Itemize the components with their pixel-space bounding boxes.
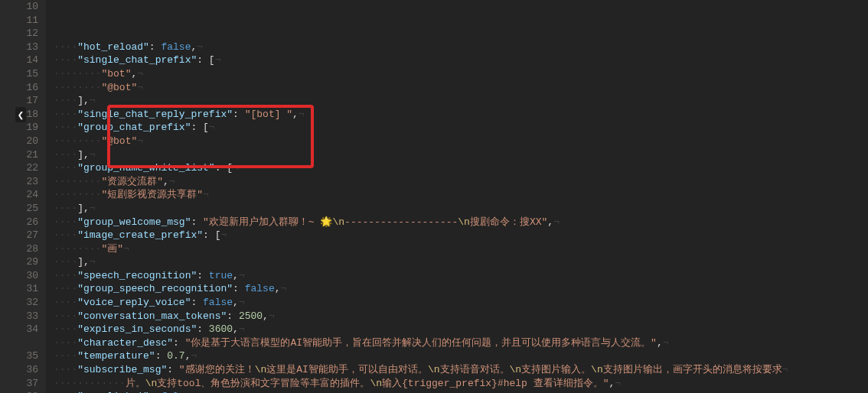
line-number: 22 — [18, 161, 38, 175]
code-line[interactable]: ········"bot",¬ — [54, 67, 788, 81]
code-line[interactable]: ····"use_linkai": false,¬ — [54, 390, 788, 393]
code-editor[interactable]: 1011121314151617181920212223242526272829… — [0, 0, 868, 393]
line-number: 21 — [18, 148, 38, 162]
code-line[interactable]: ····"speech_recognition": true,¬ — [54, 269, 788, 283]
code-line[interactable]: ········"@bot"¬ — [54, 81, 788, 95]
code-line[interactable]: ····"image_create_prefix": [¬ — [54, 229, 788, 242]
line-number: 23 — [18, 175, 38, 189]
fold-chevron-icon[interactable]: ❮ — [15, 107, 26, 122]
line-number: 28 — [18, 242, 38, 256]
code-line[interactable]: ············片。\n支持tool、角色扮演和文字冒险等丰富的插件。\… — [54, 377, 788, 391]
line-number — [18, 336, 38, 350]
line-number: 14 — [18, 54, 38, 67]
line-number: 33 — [18, 310, 38, 323]
line-number: 34 — [18, 323, 38, 336]
code-line[interactable]: ····"temperature": 0.7,¬ — [54, 349, 788, 363]
code-line[interactable]: ····"group_chat_prefix": [¬ — [54, 121, 788, 135]
line-number: 26 — [18, 216, 38, 229]
code-area[interactable]: ····"hot_reload": false,¬····"single_cha… — [46, 0, 796, 393]
code-line[interactable]: ····"single_chat_prefix": [¬ — [54, 54, 788, 67]
line-number: 10 — [18, 0, 38, 14]
code-line[interactable]: ····"group_speech_recognition": false,¬ — [54, 282, 788, 296]
line-number: 11 — [18, 14, 38, 28]
line-number: 30 — [18, 269, 38, 283]
code-line[interactable]: ········"画"¬ — [54, 242, 788, 256]
line-number: 19 — [18, 121, 38, 135]
code-line[interactable]: ····],¬ — [54, 202, 788, 216]
line-number: 36 — [18, 363, 38, 377]
code-line[interactable]: ····"character_desc": "你是基于大语言模型的AI智能助手，… — [54, 336, 788, 350]
line-number: 15 — [18, 67, 38, 81]
code-line[interactable]: ····"expires_in_seconds": 3600,¬ — [54, 323, 788, 336]
code-line[interactable]: ····"group_name_white_list": [¬ — [54, 161, 788, 175]
chevron-left-icon: ❮ — [18, 109, 24, 122]
code-line[interactable]: ····"single_chat_reply_prefix": "[bot] "… — [54, 108, 788, 122]
line-number: 29 — [18, 255, 38, 269]
line-number: 27 — [18, 229, 38, 242]
line-number: 35 — [18, 349, 38, 363]
line-number: 38 — [18, 390, 38, 393]
line-number: 37 — [18, 377, 38, 391]
line-number: 24 — [18, 188, 38, 202]
code-line[interactable]: ········"短剧影视资源共享群"¬ — [54, 188, 788, 202]
line-number: 12 — [18, 27, 38, 41]
code-line[interactable]: ····],¬ — [54, 148, 788, 162]
line-number: 20 — [18, 135, 38, 148]
gutter-line-numbers: 1011121314151617181920212223242526272829… — [0, 0, 46, 393]
code-line[interactable]: ········"资源交流群",¬ — [54, 175, 788, 189]
code-line[interactable]: ····],¬ — [54, 94, 788, 108]
line-number: 13 — [18, 41, 38, 54]
code-line[interactable]: ····"voice_reply_voice": false,¬ — [54, 296, 788, 310]
code-line[interactable]: ····"group_welcome_msg": "欢迎新用户加入群聊！~ 🌟\… — [54, 216, 788, 229]
line-number: 17 — [18, 94, 38, 108]
code-line[interactable]: ····],¬ — [54, 255, 788, 269]
line-number: 25 — [18, 202, 38, 216]
code-line[interactable]: ····"hot_reload": false,¬ — [54, 41, 788, 54]
code-line[interactable]: ····"conversation_max_tokens": 2500,¬ — [54, 310, 788, 323]
code-line[interactable]: ········"@bot"¬ — [54, 135, 788, 148]
line-number: 32 — [18, 296, 38, 310]
line-number: 31 — [18, 282, 38, 296]
code-line[interactable]: ····"subscribe_msg": "感谢您的关注！\n这里是AI智能助手… — [54, 363, 788, 377]
line-number: 16 — [18, 81, 38, 95]
